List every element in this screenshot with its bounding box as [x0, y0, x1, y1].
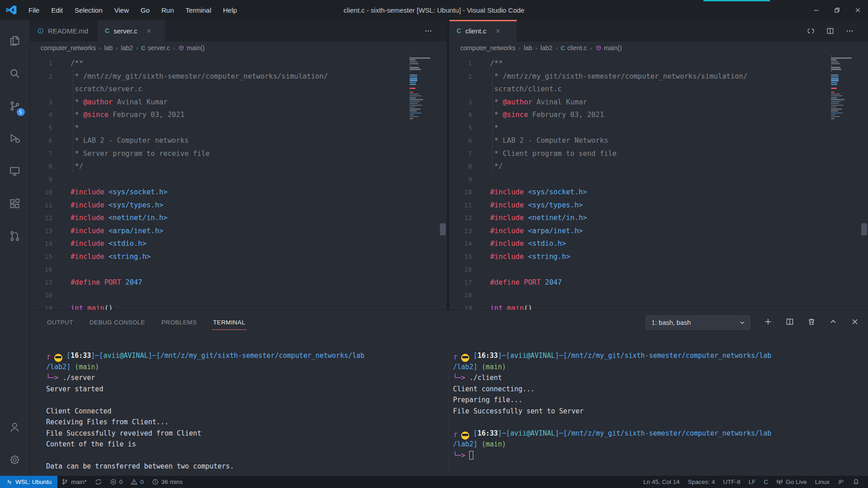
- breadcrumb-item[interactable]: Cserver.c: [141, 44, 170, 52]
- breadcrumb-label: lab: [104, 44, 113, 52]
- status-encoding[interactable]: UTF-8: [719, 476, 744, 488]
- close-panel-button[interactable]: [851, 318, 859, 328]
- status-os[interactable]: Linux: [811, 476, 834, 488]
- code-text: #include <arpa/inet.h>: [57, 225, 163, 238]
- panel-tab-debug-console[interactable]: DEBUG CONSOLE: [89, 315, 146, 330]
- breadcrumb-item[interactable]: computer_networks: [41, 44, 96, 52]
- code-editor[interactable]: 1/**2 * /mnt/z/my_git/sixth-semester/com…: [449, 54, 868, 310]
- menu-item-edit[interactable]: Edit: [46, 4, 68, 16]
- minimap-line: [410, 116, 419, 117]
- code-text: * @since February 03, 2021: [57, 108, 184, 122]
- breadcrumb-item[interactable]: lab2: [541, 44, 552, 52]
- status-errors[interactable]: 0: [106, 476, 127, 488]
- status-git-branch[interactable]: main*: [57, 476, 91, 488]
- c-file-icon: C: [141, 45, 145, 52]
- split-editor-icon[interactable]: [826, 27, 834, 35]
- restore-button[interactable]: [826, 0, 847, 20]
- minimap[interactable]: [410, 56, 431, 120]
- terminal-pane-1[interactable]: ┌ 😎 [16:33]─[avii@AVINAL]─[/mnt/z/my_git…: [30, 350, 449, 476]
- status-cursor-position[interactable]: Ln 45, Col 14: [639, 476, 684, 488]
- more-actions-icon[interactable]: [425, 27, 432, 35]
- minimap[interactable]: [831, 56, 853, 120]
- search-icon[interactable]: [0, 57, 30, 89]
- minimap-line: [831, 63, 840, 64]
- panel-tab-problems[interactable]: PROBLEMS: [160, 315, 198, 330]
- minimap-line: [831, 108, 842, 109]
- close-window-button[interactable]: [847, 0, 868, 20]
- editor-group-left: README.mdCserver.ccomputer_networks›lab›…: [30, 20, 447, 310]
- status-feedback[interactable]: [834, 476, 849, 488]
- code-text: #include <sys/socket.h>: [476, 186, 587, 199]
- menu-item-file[interactable]: File: [24, 4, 44, 16]
- close-tab-icon[interactable]: [495, 28, 501, 34]
- minimap-line: [410, 61, 417, 62]
- run-and-debug-icon[interactable]: [0, 122, 30, 155]
- menu-item-selection[interactable]: Selection: [70, 4, 108, 16]
- extensions-icon[interactable]: [0, 187, 30, 220]
- panel-tab-terminal[interactable]: TERMINAL: [212, 315, 246, 330]
- status-time-tracker[interactable]: 36 mins: [148, 476, 187, 488]
- breadcrumb-item[interactable]: computer_networks: [460, 44, 515, 52]
- more-actions-icon[interactable]: [846, 27, 854, 35]
- code-editor[interactable]: 1/**2 * /mnt/z/my_git/sixth-semester/com…: [30, 54, 447, 310]
- source-control-icon[interactable]: 5: [0, 89, 30, 122]
- explorer-icon[interactable]: [0, 24, 30, 57]
- code-text: * LAB 2 - Computer networks: [57, 134, 189, 147]
- pull-requests-icon[interactable]: [0, 220, 30, 252]
- breadcrumb-item[interactable]: lab: [104, 44, 113, 52]
- settings-icon[interactable]: [0, 443, 30, 476]
- status-go-live[interactable]: Go Live: [772, 476, 811, 488]
- scrollbar-thumb[interactable]: [861, 223, 867, 235]
- tab-client-c[interactable]: Cclient.c: [449, 20, 517, 42]
- breadcrumb-item[interactable]: lab: [524, 44, 533, 52]
- scm-badge: 5: [17, 108, 25, 116]
- swap-editors-icon[interactable]: [807, 27, 815, 35]
- status-notifications[interactable]: [849, 476, 863, 488]
- menu-item-go[interactable]: Go: [136, 4, 155, 16]
- status-eol[interactable]: LF: [745, 476, 760, 488]
- code-text: #define PORT 2047: [476, 276, 562, 289]
- breadcrumb-item[interactable]: Cclient.c: [561, 44, 587, 52]
- split-terminal-button[interactable]: [786, 318, 794, 328]
- line-number: 10: [30, 186, 57, 199]
- terminal-line: /lab2] (main): [453, 361, 868, 373]
- minimap-line: [831, 105, 844, 106]
- tab-server-c[interactable]: Cserver.c: [98, 20, 165, 42]
- panel-tab-output[interactable]: OUTPUT: [46, 315, 74, 330]
- code-text: #include <string.h>: [57, 250, 151, 263]
- status-remote-indicator[interactable]: WSL: Ubuntu: [0, 476, 57, 488]
- breadcrumb-item[interactable]: main(): [178, 44, 205, 52]
- breadcrumb-item[interactable]: lab2: [121, 44, 133, 52]
- terminal-picker-dropdown[interactable]: 1: bash, bash: [646, 315, 750, 330]
- code-text: int main(): [57, 302, 113, 310]
- menu-item-run[interactable]: Run: [156, 4, 179, 16]
- status-warnings[interactable]: 0: [127, 476, 148, 488]
- line-number: 11: [449, 199, 476, 212]
- maximize-panel-button[interactable]: [829, 318, 837, 328]
- code-line: 7 * Server program to receive file: [30, 147, 447, 160]
- line-number: 11: [30, 199, 57, 212]
- kill-terminal-button[interactable]: [807, 318, 816, 328]
- menu-item-help[interactable]: Help: [218, 4, 242, 16]
- line-number: 17: [449, 276, 476, 289]
- status-language-mode[interactable]: C: [760, 476, 772, 488]
- scrollbar-thumb[interactable]: [440, 223, 446, 235]
- accounts-icon[interactable]: [0, 411, 30, 443]
- remote-explorer-icon[interactable]: [0, 155, 30, 187]
- line-number: 9: [449, 173, 476, 186]
- tab-readme-md[interactable]: README.md: [30, 20, 98, 42]
- terminal-pane-2[interactable]: ┌ 😎 [16:33]─[avii@AVINAL]─[/mnt/z/my_git…: [449, 350, 868, 476]
- breadcrumb-item[interactable]: main(): [595, 44, 622, 52]
- status-sync[interactable]: [91, 476, 106, 488]
- minimize-button[interactable]: [806, 0, 826, 20]
- terminal-line: /lab2] (main): [453, 439, 868, 450]
- status-indentation[interactable]: Spaces: 4: [684, 476, 719, 488]
- close-tab-icon[interactable]: [146, 28, 152, 34]
- menu-item-terminal[interactable]: Terminal: [181, 4, 217, 16]
- status-label: C: [764, 479, 768, 485]
- line-number: 19: [449, 302, 476, 310]
- new-terminal-button[interactable]: [764, 318, 772, 328]
- menu-item-view[interactable]: View: [109, 4, 134, 16]
- minimap-line: [831, 84, 837, 85]
- breadcrumb-label: main(): [187, 44, 205, 52]
